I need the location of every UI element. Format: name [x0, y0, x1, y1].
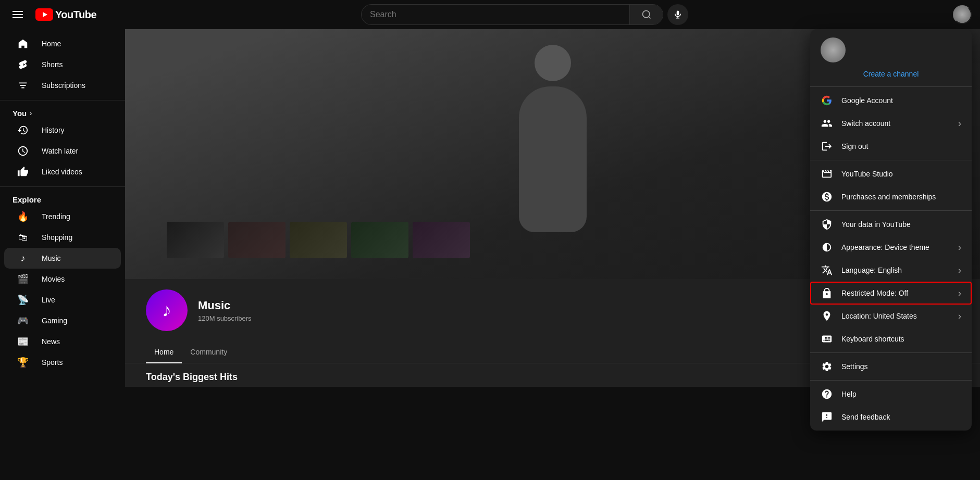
create-channel-link[interactable]: Create a channel: [821, 66, 961, 80]
dropdown-location-label: Location: United States: [841, 312, 950, 320]
menu-button[interactable]: [8, 7, 27, 22]
dropdown-item-your-data[interactable]: Your data in YouTube: [810, 213, 972, 236]
dropdown-item-purchases[interactable]: Purchases and memberships: [810, 185, 972, 208]
language-icon: [821, 264, 833, 276]
sidebar-item-sports[interactable]: 🏆 Sports: [4, 352, 121, 373]
hero-thumb-3[interactable]: [290, 222, 347, 258]
sidebar-label-history: History: [42, 126, 65, 134]
dropdown-item-language[interactable]: Language: English ›: [810, 259, 972, 282]
hero-thumb-1[interactable]: [167, 222, 224, 258]
youtube-studio-icon: [821, 168, 833, 180]
svg-rect-4: [677, 11, 679, 16]
dropdown-item-location[interactable]: Location: United States ›: [810, 305, 972, 327]
dropdown-section-4: Settings: [810, 353, 972, 381]
dropdown-youtube-studio-label: YouTube Studio: [841, 170, 961, 178]
tab-community[interactable]: Community: [182, 342, 235, 363]
sidebar-item-gaming[interactable]: 🎮 Gaming: [4, 310, 121, 331]
sidebar-label-news: News: [42, 337, 60, 346]
account-avatar-button[interactable]: [953, 5, 972, 24]
help-icon: [821, 388, 833, 400]
youtube-logo-icon: [35, 8, 53, 21]
sidebar-you-label: You: [13, 109, 27, 118]
dropdown-item-help[interactable]: Help: [810, 383, 972, 406]
sidebar-item-watch-later[interactable]: Watch later: [4, 141, 121, 161]
liked-videos-icon: [17, 166, 29, 178]
dropdown-appearance-label: Appearance: Device theme: [841, 243, 950, 251]
search-input[interactable]: [362, 10, 629, 19]
sidebar: Home Shorts Subscriptions You › History …: [0, 29, 125, 480]
hero-thumb-5[interactable]: [413, 222, 470, 258]
gaming-icon: 🎮: [17, 314, 29, 327]
channel-info: Music 120M subscribers: [198, 299, 252, 322]
send-feedback-icon: [821, 411, 833, 423]
watch-later-icon: [17, 145, 29, 157]
sports-icon: 🏆: [17, 356, 29, 369]
dropdown-your-data-label: Your data in YouTube: [841, 220, 961, 229]
your-data-icon: [821, 218, 833, 231]
dropdown-user-row: [821, 37, 961, 62]
sidebar-you-chevron: ›: [30, 110, 32, 117]
hero-thumb-4[interactable]: [351, 222, 408, 258]
sidebar-item-liked-videos[interactable]: Liked videos: [4, 161, 121, 182]
channel-subscribers: 120M subscribers: [198, 314, 252, 322]
hero-thumb-2[interactable]: [228, 222, 286, 258]
sidebar-divider-2: [0, 186, 125, 187]
sidebar-label-home: Home: [42, 40, 61, 48]
sidebar-item-trending[interactable]: 🔥 Trending: [4, 206, 121, 227]
sidebar-explore-section: Explore: [0, 191, 125, 206]
dropdown-item-send-feedback[interactable]: Send feedback: [810, 406, 972, 428]
sign-out-icon: [821, 140, 833, 153]
dropdown-item-google-account[interactable]: Google Account: [810, 89, 972, 112]
sidebar-item-home[interactable]: Home: [4, 33, 121, 54]
topnav: YouTube: [0, 0, 980, 29]
sidebar-item-music[interactable]: ♪ Music: [4, 248, 121, 269]
channel-avatar: ♪: [146, 289, 188, 331]
mic-icon: [673, 10, 683, 19]
sidebar-label-live: Live: [42, 296, 55, 304]
account-dropdown: Create a channel Google Account Switch a…: [810, 29, 972, 431]
sidebar-item-subscriptions[interactable]: Subscriptions: [4, 75, 121, 96]
sidebar-you-section[interactable]: You ›: [0, 105, 125, 120]
youtube-logo[interactable]: YouTube: [35, 8, 96, 21]
dropdown-item-sign-out[interactable]: Sign out: [810, 135, 972, 158]
trending-icon: 🔥: [17, 210, 29, 223]
dropdown-google-account-label: Google Account: [841, 96, 961, 105]
music-icon: ♪: [17, 252, 29, 264]
shopping-icon: 🛍: [17, 231, 29, 244]
sidebar-item-news[interactable]: 📰 News: [4, 331, 121, 352]
dropdown-item-keyboard-shortcuts[interactable]: Keyboard shortcuts: [810, 327, 972, 350]
mic-button[interactable]: [667, 4, 688, 25]
dropdown-item-youtube-studio[interactable]: YouTube Studio: [810, 162, 972, 185]
google-icon: [821, 94, 833, 107]
sidebar-label-shorts: Shorts: [42, 60, 63, 69]
sidebar-item-shopping[interactable]: 🛍 Shopping: [4, 227, 121, 248]
sidebar-item-live[interactable]: 📡 Live: [4, 289, 121, 310]
dropdown-item-restricted-mode[interactable]: Restricted Mode: Off ›: [810, 282, 972, 305]
dropdown-user-header: Create a channel: [810, 29, 972, 87]
dropdown-section-2: YouTube Studio Purchases and memberships: [810, 160, 972, 211]
sidebar-item-history[interactable]: History: [4, 120, 121, 141]
sidebar-label-watch-later: Watch later: [42, 147, 78, 155]
sidebar-item-movies[interactable]: 🎬 Movies: [4, 269, 121, 289]
sidebar-label-liked-videos: Liked videos: [42, 168, 82, 176]
sidebar-item-shorts[interactable]: Shorts: [4, 54, 121, 75]
tab-home[interactable]: Home: [146, 342, 182, 363]
subscriptions-icon: [17, 79, 29, 92]
appearance-chevron: ›: [958, 242, 961, 253]
svg-line-3: [648, 17, 650, 19]
dropdown-item-switch-account[interactable]: Switch account ›: [810, 112, 972, 135]
language-chevron: ›: [958, 265, 961, 276]
dropdown-language-label: Language: English: [841, 266, 950, 274]
sidebar-divider-1: [0, 100, 125, 100]
search-area: [101, 4, 949, 25]
restricted-mode-icon: [821, 287, 833, 299]
dropdown-item-appearance[interactable]: Appearance: Device theme ›: [810, 236, 972, 259]
dropdown-item-settings[interactable]: Settings: [810, 355, 972, 378]
dropdown-keyboard-shortcuts-label: Keyboard shortcuts: [841, 335, 961, 343]
topnav-left: YouTube: [8, 7, 96, 22]
search-icon: [641, 9, 652, 20]
dropdown-switch-account-label: Switch account: [841, 119, 950, 128]
search-button[interactable]: [629, 4, 663, 25]
history-icon: [17, 124, 29, 136]
live-icon: 📡: [17, 294, 29, 306]
